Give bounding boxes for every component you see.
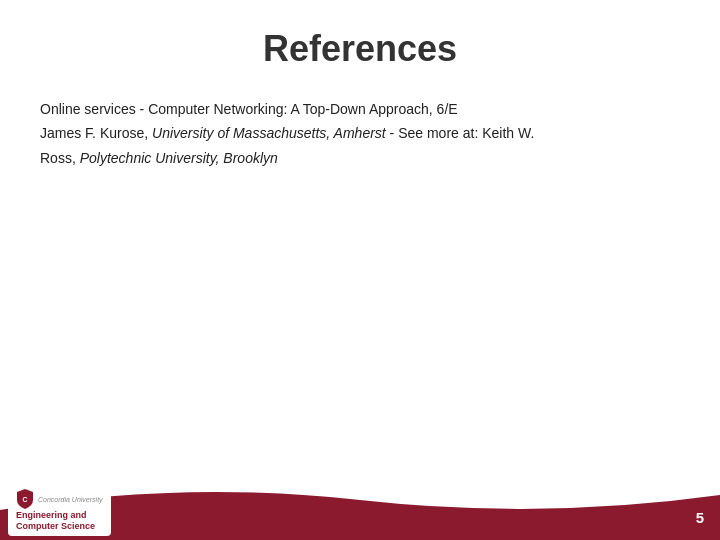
ref-text-2a: James F. Kurose, (40, 125, 152, 141)
logo-box: C Concordia University Engineering and C… (8, 484, 111, 536)
reference-line-2: James F. Kurose, University of Massachus… (40, 122, 680, 144)
logo-area: C Concordia University Engineering and C… (8, 484, 111, 536)
dept-name-line1: Engineering and (16, 510, 87, 521)
logo-top: C Concordia University (16, 488, 103, 510)
ref-text-1: Online services - Computer Networking: A… (40, 101, 458, 117)
concordia-logo-icon: C (16, 488, 34, 510)
ref-text-3a: Ross, (40, 150, 80, 166)
page-number: 5 (696, 509, 704, 526)
slide-content: Online services - Computer Networking: A… (0, 88, 720, 169)
ref-text-3b: Polytechnic University, Brooklyn (80, 150, 278, 166)
svg-text:C: C (22, 496, 27, 503)
ref-text-2b: University of Massachusetts, Amherst (152, 125, 386, 141)
slide-title: References (0, 0, 720, 88)
reference-line-3: Ross, Polytechnic University, Brooklyn (40, 147, 680, 169)
concordia-text: Concordia University (38, 496, 103, 503)
reference-line-1: Online services - Computer Networking: A… (40, 98, 680, 120)
ref-text-2c: - See more at: Keith W. (386, 125, 535, 141)
slide: References Online services - Computer Ne… (0, 0, 720, 540)
dept-name-line2: Computer Science (16, 521, 95, 532)
